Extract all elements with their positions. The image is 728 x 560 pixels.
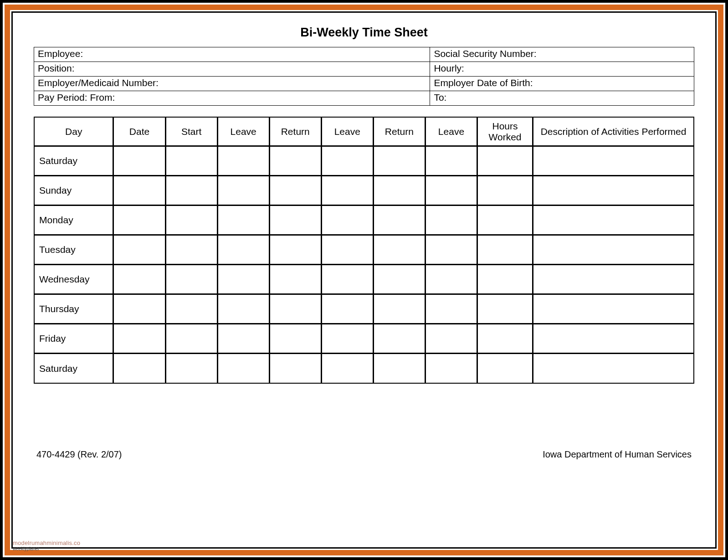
description-cell — [533, 235, 693, 264]
start-cell — [165, 146, 217, 175]
table-row: Friday — [35, 324, 693, 353]
table-row: Tuesday — [35, 235, 693, 264]
return-cell — [269, 294, 321, 324]
description-cell — [533, 146, 693, 175]
day-cell: Saturday — [35, 353, 113, 383]
hourly-label: Hourly: — [430, 62, 694, 77]
table-header-row: Day Date Start Leave Return Leave Return… — [35, 118, 693, 146]
description-cell — [533, 294, 693, 324]
description-cell — [533, 324, 693, 353]
return-cell — [373, 264, 425, 294]
timesheet-table: Day Date Start Leave Return Leave Return… — [34, 117, 694, 384]
position-label: Position: — [34, 62, 430, 77]
start-cell — [165, 205, 217, 235]
date-cell — [113, 264, 165, 294]
hours-worked-cell — [477, 264, 533, 294]
hours-worked-cell — [477, 294, 533, 324]
return-cell — [269, 205, 321, 235]
description-cell — [533, 205, 693, 235]
return-cell — [373, 205, 425, 235]
date-cell — [113, 353, 165, 383]
leave-cell — [425, 146, 477, 175]
col-leave1: Leave — [217, 118, 269, 146]
day-cell: Thursday — [35, 294, 113, 324]
return-cell — [373, 353, 425, 383]
date-cell — [113, 235, 165, 264]
leave-cell — [321, 294, 373, 324]
info-table: Employee: Social Security Number: Positi… — [34, 47, 694, 106]
employer-dob-label: Employer Date of Birth: — [430, 77, 694, 91]
table-row: Sunday — [35, 175, 693, 205]
start-cell — [165, 264, 217, 294]
form-revision: 470-4429 (Rev. 2/07) — [36, 449, 122, 460]
leave-cell — [217, 235, 269, 264]
col-start: Start — [165, 118, 217, 146]
start-cell — [165, 235, 217, 264]
col-leave3: Leave — [425, 118, 477, 146]
return-cell — [269, 264, 321, 294]
col-return1: Return — [269, 118, 321, 146]
col-leave2: Leave — [321, 118, 373, 146]
leave-cell — [217, 205, 269, 235]
leave-cell — [321, 353, 373, 383]
date-cell — [113, 146, 165, 175]
date-cell — [113, 294, 165, 324]
pay-period-to-label: To: — [430, 91, 694, 106]
watermark: modelrumahminimalis.co — [13, 539, 80, 546]
leave-cell — [321, 235, 373, 264]
day-cell: Tuesday — [35, 235, 113, 264]
return-cell — [269, 324, 321, 353]
day-cell: Friday — [35, 324, 113, 353]
date-cell — [113, 175, 165, 205]
leave-cell — [321, 146, 373, 175]
leave-cell — [425, 353, 477, 383]
hours-worked-cell — [477, 353, 533, 383]
return-cell — [269, 353, 321, 383]
leave-cell — [217, 264, 269, 294]
col-return2: Return — [373, 118, 425, 146]
leave-cell — [425, 324, 477, 353]
table-row: Thursday — [35, 294, 693, 324]
day-cell: Monday — [35, 205, 113, 235]
day-cell: Wednesday — [35, 264, 113, 294]
col-date: Date — [113, 118, 165, 146]
return-cell — [373, 175, 425, 205]
watermark-small: weeklyplaner — [13, 546, 39, 551]
employee-label: Employee: — [34, 47, 430, 62]
day-cell: Sunday — [35, 175, 113, 205]
agency-name: Iowa Department of Human Services — [543, 449, 692, 460]
start-cell — [165, 175, 217, 205]
return-cell — [269, 146, 321, 175]
return-cell — [269, 235, 321, 264]
leave-cell — [425, 205, 477, 235]
hours-worked-cell — [477, 235, 533, 264]
outer-frame: Bi-Weekly Time Sheet Employee: Social Se… — [0, 0, 728, 560]
description-cell — [533, 353, 693, 383]
table-row: Saturday — [35, 353, 693, 383]
leave-cell — [425, 235, 477, 264]
leave-cell — [425, 294, 477, 324]
col-description: Description of Activities Performed — [533, 118, 693, 146]
day-cell: Saturday — [35, 146, 113, 175]
table-row: Saturday — [35, 146, 693, 175]
hours-worked-cell — [477, 175, 533, 205]
description-cell — [533, 175, 693, 205]
employer-medicaid-label: Employer/Medicaid Number: — [34, 77, 430, 91]
leave-cell — [217, 175, 269, 205]
start-cell — [165, 324, 217, 353]
start-cell — [165, 294, 217, 324]
ssn-label: Social Security Number: — [430, 47, 694, 62]
start-cell — [165, 353, 217, 383]
page-title: Bi-Weekly Time Sheet — [34, 26, 694, 40]
leave-cell — [217, 324, 269, 353]
col-hours-worked: Hours Worked — [477, 118, 533, 146]
leave-cell — [321, 205, 373, 235]
return-cell — [373, 235, 425, 264]
mid-frame: Bi-Weekly Time Sheet Employee: Social Se… — [5, 5, 723, 555]
hours-worked-cell — [477, 146, 533, 175]
leave-cell — [321, 264, 373, 294]
date-cell — [113, 205, 165, 235]
leave-cell — [217, 353, 269, 383]
document-page: Bi-Weekly Time Sheet Employee: Social Se… — [11, 11, 717, 549]
footer: 470-4429 (Rev. 2/07) Iowa Department of … — [34, 449, 694, 460]
